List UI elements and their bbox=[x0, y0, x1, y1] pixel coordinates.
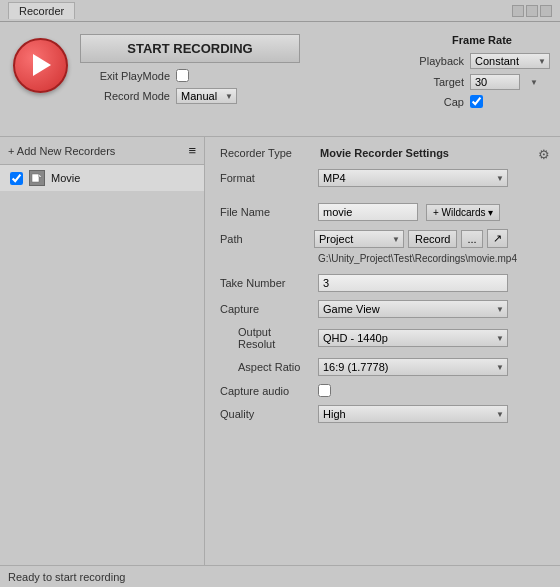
capture-select[interactable]: Game View Scene View Targeted Camera 360… bbox=[318, 300, 508, 318]
take-number-label: Take Number bbox=[220, 277, 310, 289]
main-area: + Add New Recorders ≡ Movie ⚙ Recorder T… bbox=[0, 137, 560, 565]
svg-rect-0 bbox=[32, 174, 39, 182]
aspect-ratio-select-wrap: 16:9 (1.7778) 4:3 1:1 bbox=[318, 358, 508, 376]
output-resolution-select[interactable]: QHD - 1440p FHD - 1080p HD - 720p Custom bbox=[318, 329, 508, 347]
sidebar-menu-icon[interactable]: ≡ bbox=[188, 143, 196, 158]
cap-row: Cap bbox=[414, 95, 550, 108]
cap-checkbox[interactable] bbox=[470, 95, 483, 108]
list-item[interactable]: Movie bbox=[0, 165, 204, 191]
settings-icon[interactable]: ⚙ bbox=[538, 147, 550, 162]
output-resolution-row: Output Resolut QHD - 1440p FHD - 1080p H… bbox=[220, 326, 545, 350]
recorder-item-icon bbox=[29, 170, 45, 186]
start-recording-button[interactable]: START RECORDING bbox=[80, 34, 300, 63]
file-name-row: File Name + Wildcards ▾ bbox=[220, 203, 545, 221]
exit-playmode-row: Exit PlayMode bbox=[80, 69, 384, 82]
take-number-input[interactable] bbox=[318, 274, 508, 292]
framerate-title: Frame Rate bbox=[414, 34, 550, 46]
output-resolution-select-wrap: QHD - 1440p FHD - 1080p HD - 720p Custom bbox=[318, 329, 508, 347]
controls-area: START RECORDING Exit PlayMode Record Mod… bbox=[80, 34, 384, 104]
play-button-area bbox=[10, 35, 70, 95]
start-recording-play-button[interactable] bbox=[13, 38, 68, 93]
playback-label: Playback bbox=[414, 55, 464, 67]
full-path-display: G:\Unity_Project\Test\Recordings\movie.m… bbox=[318, 252, 545, 266]
recorder-tab[interactable]: Recorder bbox=[8, 2, 75, 19]
recorder-item-label: Movie bbox=[51, 172, 80, 184]
status-message: Ready to start recording bbox=[8, 571, 125, 583]
file-name-input[interactable] bbox=[318, 203, 418, 221]
format-label: Format bbox=[220, 172, 310, 184]
recorder-type-value: Movie Recorder Settings bbox=[320, 147, 449, 159]
content-panel: ⚙ Recorder Type Movie Recorder Settings … bbox=[205, 137, 560, 565]
recorder-item-checkbox[interactable] bbox=[10, 172, 23, 185]
playback-select-wrap: Constant Variable bbox=[470, 53, 550, 69]
aspect-ratio-label: Aspect Ratio bbox=[220, 361, 310, 373]
record-mode-label: Record Mode bbox=[80, 90, 170, 102]
take-number-row: Take Number bbox=[220, 274, 545, 292]
maximize-button[interactable] bbox=[526, 5, 538, 17]
aspect-ratio-select[interactable]: 16:9 (1.7778) 4:3 1:1 bbox=[318, 358, 508, 376]
sidebar-header: + Add New Recorders ≡ bbox=[0, 137, 204, 165]
target-label: Target bbox=[414, 76, 464, 88]
play-triangle-icon bbox=[33, 54, 51, 76]
cap-label: Cap bbox=[414, 96, 464, 108]
format-row: Format MP4 WebM MOV bbox=[220, 169, 545, 187]
exit-playmode-label: Exit PlayMode bbox=[80, 70, 170, 82]
browse-button[interactable]: ... bbox=[461, 230, 482, 248]
path-select-wrap: Project Absolute bbox=[314, 230, 404, 248]
record-button[interactable]: Record bbox=[408, 230, 457, 248]
capture-row: Capture Game View Scene View Targeted Ca… bbox=[220, 300, 545, 318]
path-select[interactable]: Project Absolute bbox=[314, 230, 404, 248]
top-toolbar: START RECORDING Exit PlayMode Record Mod… bbox=[0, 22, 560, 137]
status-bar: Ready to start recording bbox=[0, 565, 560, 587]
path-label: Path bbox=[220, 233, 310, 245]
recorder-type-row: Recorder Type Movie Recorder Settings bbox=[220, 147, 545, 159]
playback-select[interactable]: Constant Variable bbox=[470, 53, 550, 69]
quality-row: Quality Low Medium High bbox=[220, 405, 545, 423]
capture-audio-row: Capture audio bbox=[220, 384, 545, 397]
output-resolution-label: Output Resolut bbox=[220, 326, 310, 350]
sidebar: + Add New Recorders ≡ Movie bbox=[0, 137, 205, 565]
framerate-area: Frame Rate Playback Constant Variable Ta… bbox=[414, 34, 550, 108]
minimize-button[interactable] bbox=[512, 5, 524, 17]
svg-marker-1 bbox=[39, 174, 42, 177]
capture-audio-checkbox[interactable] bbox=[318, 384, 331, 397]
quality-select-wrap: Low Medium High bbox=[318, 405, 508, 423]
target-row: Target bbox=[414, 74, 550, 90]
close-button[interactable] bbox=[540, 5, 552, 17]
capture-select-wrap: Game View Scene View Targeted Camera 360… bbox=[318, 300, 508, 318]
record-mode-select[interactable]: Manual Auto bbox=[176, 88, 237, 104]
wildcards-button[interactable]: + Wildcards ▾ bbox=[426, 204, 500, 221]
add-new-recorders-button[interactable]: + Add New Recorders bbox=[8, 145, 115, 157]
aspect-ratio-row: Aspect Ratio 16:9 (1.7778) 4:3 1:1 bbox=[220, 358, 545, 376]
recorder-type-label: Recorder Type bbox=[220, 147, 310, 159]
title-bar: Recorder bbox=[0, 0, 560, 22]
record-mode-select-wrap: Manual Auto bbox=[176, 88, 237, 104]
file-name-label: File Name bbox=[220, 206, 310, 218]
playback-row: Playback Constant Variable bbox=[414, 53, 550, 69]
target-input[interactable] bbox=[470, 74, 520, 90]
format-select[interactable]: MP4 WebM MOV bbox=[318, 169, 508, 187]
path-row: Path Project Absolute Record ... ↗ bbox=[220, 229, 545, 248]
window-controls bbox=[512, 5, 552, 17]
capture-label: Capture bbox=[220, 303, 310, 315]
quality-label: Quality bbox=[220, 408, 310, 420]
quality-select[interactable]: Low Medium High bbox=[318, 405, 508, 423]
record-mode-row: Record Mode Manual Auto bbox=[80, 88, 384, 104]
open-folder-icon: ↗ bbox=[493, 232, 502, 245]
exit-playmode-checkbox[interactable] bbox=[176, 69, 189, 82]
format-select-wrap: MP4 WebM MOV bbox=[318, 169, 508, 187]
capture-audio-label: Capture audio bbox=[220, 385, 310, 397]
open-folder-button[interactable]: ↗ bbox=[487, 229, 508, 248]
